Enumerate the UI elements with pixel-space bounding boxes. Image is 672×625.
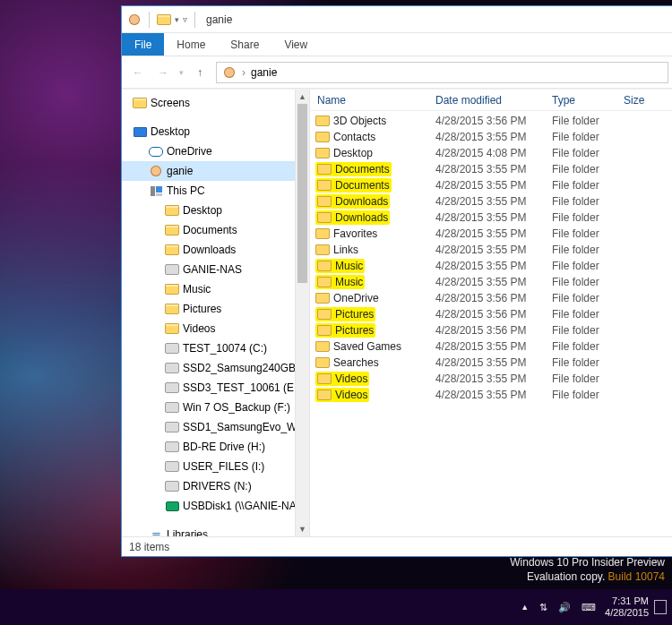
nav-item[interactable]: Documents — [122, 220, 309, 240]
volume-icon[interactable]: 🔊 — [558, 602, 571, 613]
file-type: File folder — [552, 147, 624, 159]
folder-icon — [317, 259, 332, 273]
nav-item[interactable]: Videos — [122, 319, 309, 338]
folder-icon — [165, 203, 179, 218]
scroll-down-button[interactable]: ▼ — [296, 522, 309, 536]
keyboard-icon[interactable]: ⌨ — [582, 602, 596, 613]
tab-home[interactable]: Home — [164, 33, 218, 56]
nav-item[interactable]: OneDrive — [122, 141, 309, 161]
pc-icon — [149, 184, 163, 198]
scroll-thumb[interactable] — [297, 104, 307, 283]
nav-item[interactable]: SSD3_TEST_10061 (E:) — [122, 378, 309, 398]
file-name: Pictures — [335, 324, 374, 337]
file-row[interactable]: Downloads4/28/2015 3:55 PMFile folder — [310, 210, 672, 226]
nav-item[interactable]: Libraries — [122, 525, 309, 536]
file-date: 4/28/2015 3:55 PM — [435, 244, 552, 256]
file-type: File folder — [552, 356, 624, 369]
nav-item[interactable]: This PC — [122, 181, 309, 201]
user-icon — [222, 65, 237, 80]
clock-time: 7:31 PM — [605, 595, 649, 607]
window-title: ganie — [206, 13, 232, 26]
taskbar-clock[interactable]: 7:31 PM 4/28/2015 — [605, 595, 649, 619]
nav-item[interactable]: SSD2_Samsung240GB_Win7Cl — [122, 358, 309, 378]
nav-up-button[interactable]: ↑ — [191, 64, 209, 81]
tray-overflow-icon[interactable]: ▲ — [521, 603, 529, 612]
file-row[interactable]: Pictures4/28/2015 3:56 PMFile folder — [310, 322, 672, 338]
qat-dropdown-icon[interactable]: ▾ — [175, 15, 179, 24]
file-row[interactable]: 3D Objects4/28/2015 3:56 PMFile folder — [310, 113, 672, 129]
system-tray[interactable]: ▲ ⇅ 🔊 ⌨ — [521, 602, 596, 613]
file-name: 3D Objects — [333, 115, 386, 127]
taskbar[interactable]: ▲ ⇅ 🔊 ⌨ 7:31 PM 4/28/2015 — [0, 589, 672, 625]
nav-item[interactable]: SSD1_SamsungEvo_Win7 (G:) — [122, 417, 309, 437]
file-row[interactable]: Pictures4/28/2015 3:56 PMFile folder — [310, 306, 672, 322]
nav-item[interactable]: USER_FILES (I:) — [122, 457, 309, 476]
file-type: File folder — [552, 115, 624, 127]
file-row[interactable]: Links4/28/2015 3:55 PMFile folder — [310, 242, 672, 258]
nav-item-label: Win 7 OS_Backup (F:) — [183, 401, 290, 414]
nav-item-label: SSD1_SamsungEvo_Win7 (G:) — [183, 421, 310, 433]
ribbon-tabs: File Home Share View — [122, 33, 672, 56]
action-center-icon[interactable] — [654, 600, 667, 614]
nav-item[interactable]: Pictures — [122, 299, 309, 319]
file-row[interactable]: Searches4/28/2015 3:55 PMFile folder — [310, 355, 672, 371]
file-row[interactable]: OneDrive4/28/2015 3:56 PMFile folder — [310, 290, 672, 306]
col-date[interactable]: Date modified — [435, 94, 552, 107]
nav-item[interactable]: USBDisk1 (\\GANIE-NAS) (T:) — [122, 496, 309, 516]
file-row[interactable]: Music4/28/2015 3:55 PMFile folder — [310, 274, 672, 290]
nav-back-button[interactable]: ← — [129, 64, 147, 81]
file-row[interactable]: Desktop4/28/2015 4:08 PMFile folder — [310, 145, 672, 161]
file-date: 4/28/2015 3:55 PM — [435, 372, 552, 385]
nav-item[interactable]: BD-RE Drive (H:) — [122, 437, 309, 457]
scroll-track[interactable] — [296, 104, 309, 522]
nav-item[interactable]: Music — [122, 279, 309, 299]
col-name[interactable]: Name — [310, 94, 435, 107]
folder-icon — [317, 162, 332, 176]
file-name: OneDrive — [333, 292, 379, 304]
nav-scrollbar[interactable]: ▲ ▼ — [295, 90, 309, 536]
file-row[interactable]: Videos4/28/2015 3:55 PMFile folder — [310, 371, 672, 387]
col-type[interactable]: Type — [552, 94, 624, 107]
nav-item[interactable]: Desktop — [122, 122, 309, 141]
file-row[interactable]: Favorites4/28/2015 3:55 PMFile folder — [310, 226, 672, 242]
nav-item[interactable]: Downloads — [122, 240, 309, 260]
file-name: Contacts — [333, 131, 375, 143]
nav-item-label: Desktop — [151, 125, 190, 138]
breadcrumb-segment[interactable]: ganie — [251, 66, 277, 79]
file-row[interactable]: Music4/28/2015 3:55 PMFile folder — [310, 258, 672, 274]
nav-item-label: Pictures — [183, 303, 221, 315]
tab-file[interactable]: File — [122, 33, 164, 56]
breadcrumb[interactable]: › ganie — [216, 62, 668, 83]
nav-item-label: SSD3_TEST_10061 (E:) — [183, 381, 300, 394]
nav-item[interactable]: Desktop — [122, 201, 309, 220]
folder-icon — [165, 321, 179, 336]
nav-item[interactable]: ganie — [122, 161, 309, 181]
nav-forward-button[interactable]: → — [154, 64, 172, 81]
watermark-line2: Evaluation copy. Build 10074 — [510, 569, 665, 584]
folder-icon — [157, 13, 171, 27]
file-row[interactable]: Saved Games4/28/2015 3:55 PMFile folder — [310, 338, 672, 355]
file-row[interactable]: Videos4/28/2015 3:55 PMFile folder — [310, 387, 672, 403]
nav-item[interactable]: Screens — [122, 93, 309, 113]
qat-overflow-icon[interactable]: ▿ — [183, 14, 187, 24]
nav-item[interactable]: GANIE-NAS — [122, 260, 309, 279]
file-row[interactable]: Documents4/28/2015 3:55 PMFile folder — [310, 177, 672, 193]
windows-watermark: Windows 10 Pro Insider Preview Evaluatio… — [510, 555, 665, 584]
col-size[interactable]: Size — [624, 94, 672, 107]
nav-history-dropdown[interactable]: ▾ — [179, 68, 184, 77]
folder-icon — [165, 223, 179, 237]
network-icon[interactable]: ⇅ — [539, 602, 547, 613]
file-date: 4/28/2015 4:08 PM — [435, 147, 552, 159]
nav-item[interactable]: TEST_10074 (C:) — [122, 338, 309, 358]
qat-separator — [149, 12, 150, 28]
file-row[interactable]: Documents4/28/2015 3:55 PMFile folder — [310, 161, 672, 177]
tab-view[interactable]: View — [271, 33, 320, 56]
titlebar[interactable]: ▾ ▿ ganie — [122, 6, 672, 33]
file-row[interactable]: Contacts4/28/2015 3:55 PMFile folder — [310, 129, 672, 145]
nav-item[interactable]: DRIVERS (N:) — [122, 476, 309, 496]
file-row[interactable]: Downloads4/28/2015 3:55 PMFile folder — [310, 193, 672, 210]
tab-share[interactable]: Share — [218, 33, 271, 56]
nav-item[interactable]: Win 7 OS_Backup (F:) — [122, 398, 309, 417]
file-name: Searches — [333, 356, 379, 369]
scroll-up-button[interactable]: ▲ — [296, 90, 309, 104]
